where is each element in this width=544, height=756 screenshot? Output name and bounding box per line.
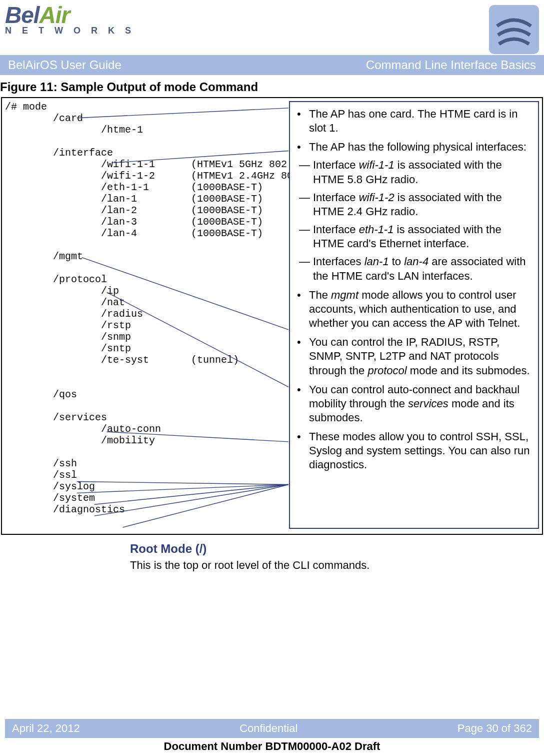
callout-6: These modes allow you to control SSH, SS… [309,430,531,472]
cli-nat: /nat [101,297,125,308]
cli-output: /# mode /card /htme-1 /interface /wifi-1… [5,101,329,515]
cli-wifi12: /wifi-1-2 [101,170,155,182]
header-decoration-icon [489,5,539,54]
cli-lan2-desc: (1000BASE-T) [191,205,263,216]
cli-card: /card [53,113,83,124]
cli-lan3: /lan-3 [101,216,137,228]
cli-autoconn: /auto-conn [101,423,161,435]
cli-tesyst: /te-syst [101,354,149,366]
callout-1: The AP has one card. The HTME card is in… [309,107,531,135]
cli-lan2: /lan-2 [101,205,137,216]
cli-ssh: /ssh [53,458,77,469]
cli-mobility: /mobility [101,435,155,446]
cli-lan4-desc: (1000BASE-T) [191,228,263,239]
cli-tesyst-desc: (tunnel) [191,354,239,366]
cli-system: /system [53,492,95,504]
callout-2-3: Interface eth-1-1 is associated with the… [311,223,531,251]
body-content: Root Mode (/) This is the top or root le… [0,535,544,572]
cli-root: /# mode [5,101,47,113]
cli-eth11: /eth-1-1 [101,182,149,193]
figure-caption: Figure 11: Sample Output of mode Command [0,75,544,97]
footer-date: April 22, 2012 [12,722,80,735]
title-bar: BelAirOS User Guide Command Line Interfa… [0,55,544,75]
callout-2-4: Interfaces lan-1 to lan-4 are associated… [311,255,531,283]
section-body: This is the top or root level of the CLI… [130,559,514,572]
callout-2: The AP has the following physical interf… [309,140,531,283]
callout-2-2: Interface wifi-1-2 is associated with th… [311,191,531,219]
cli-diagnostics: /diagnostics [53,504,125,515]
cli-lan1-desc: (1000BASE-T) [191,193,263,205]
cli-ip: /ip [101,285,119,297]
cli-rstp: /rstp [101,320,131,331]
cli-interface: /interface [53,147,113,159]
section-heading: Root Mode (/) [130,542,514,556]
cli-lan3-desc: (1000BASE-T) [191,216,263,228]
cli-services: /services [53,412,107,423]
logo-text-air: Air [40,2,70,28]
figure-box: /# mode /card /htme-1 /interface /wifi-1… [1,97,543,535]
footer-bar: April 22, 2012 Confidential Page 30 of 3… [5,719,539,738]
callout-4: You can control the IP, RADIUS, RSTP, SN… [309,335,531,377]
footer-page: Page 30 of 362 [458,722,532,735]
cli-wifi11: /wifi-1-1 [101,159,155,170]
cli-lan1: /lan-1 [101,193,137,205]
cli-radius: /radius [101,308,143,320]
cli-lan4: /lan-4 [101,228,137,239]
cli-qos: /qos [53,389,77,400]
guide-title: BelAirOS User Guide [8,58,122,72]
document-number: Document Number BDTM00000-A02 Draft [0,740,544,753]
callout-2-1: Interface wifi-1-1 is associated with th… [311,158,531,186]
cli-mgmt: /mgmt [53,251,83,262]
cli-syslog: /syslog [53,481,95,492]
callout-3: The mgmt mode allows you to control user… [309,288,531,330]
logo: BelAir N E T W O R K S [5,5,135,36]
cli-ssl: /ssl [53,469,77,481]
cli-htme1: /htme-1 [101,124,143,136]
cli-protocol: /protocol [53,274,107,285]
logo-text-bel: Bel [5,2,40,28]
footer-confidential: Confidential [240,722,298,735]
cli-snmp: /snmp [101,331,131,343]
cli-sntp: /sntp [101,343,131,354]
page-header: BelAir N E T W O R K S [0,0,544,55]
callout-box: The AP has one card. The HTME card is in… [289,101,539,529]
chapter-title: Command Line Interface Basics [366,58,536,72]
cli-eth11-desc: (1000BASE-T) [191,182,263,193]
callout-5: You can control auto-connect and backhau… [309,383,531,425]
logo-subtext: N E T W O R K S [5,26,135,36]
